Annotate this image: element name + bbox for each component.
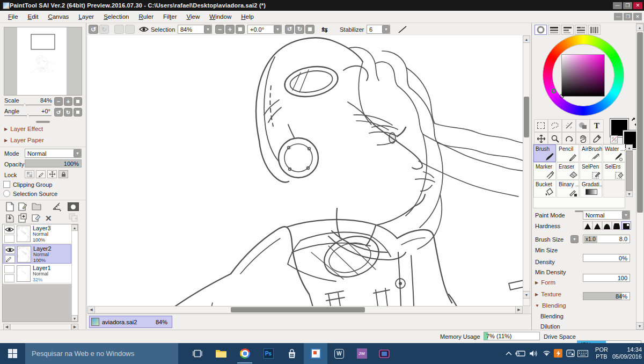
volume-icon[interactable] [529, 348, 539, 358]
wifi-icon[interactable] [541, 348, 552, 358]
rotate-cw-button[interactable]: ↻ [295, 25, 304, 34]
mask-button[interactable] [68, 202, 79, 211]
sai-taskbar-button[interactable] [304, 343, 327, 364]
tablet-settings-icon[interactable] [565, 348, 576, 358]
layer-effect-section[interactable]: ▶Layer Effect [4, 126, 43, 132]
rotate-reset-button[interactable] [305, 25, 314, 34]
keyboard-icon[interactable] [577, 348, 588, 358]
scale-plus-button[interactable]: + [64, 97, 72, 106]
clear-layer-button[interactable] [32, 213, 41, 222]
history-back-button[interactable] [114, 25, 124, 34]
scale-reset-button[interactable] [74, 97, 82, 106]
photoshop-icon[interactable]: Ps [257, 343, 280, 364]
canvas-hscroll-thumb[interactable] [231, 307, 365, 312]
right-panel-scroll-down[interactable]: ▼ [636, 322, 643, 330]
min-density-slider[interactable]: 84% [583, 292, 630, 300]
canvas-scroll-up[interactable]: ▲ [523, 35, 530, 43]
layer3-visibility-toggle[interactable] [4, 225, 14, 234]
menu-file[interactable]: File [3, 11, 23, 22]
right-panel-scroll-thumb[interactable] [637, 32, 643, 213]
layer1-mode-toggle[interactable] [4, 274, 14, 282]
angle-reset-button[interactable] [74, 108, 82, 117]
min-size-field[interactable]: 0% [583, 254, 630, 262]
canvas-vscroll-thumb[interactable] [524, 97, 529, 137]
restore-button[interactable]: ❐ [623, 2, 632, 9]
mixer-tab[interactable] [575, 25, 587, 35]
battery-icon[interactable] [515, 348, 526, 358]
task-view-button[interactable] [186, 343, 209, 364]
menu-ruler[interactable]: Ruler [134, 11, 158, 22]
hue-marker[interactable] [551, 89, 556, 93]
hardness-5[interactable] [621, 221, 631, 230]
lock-pencil-button[interactable] [36, 170, 46, 178]
minimize-button[interactable]: — [613, 2, 622, 9]
move-tool[interactable] [534, 132, 548, 145]
merge-down-button[interactable] [18, 213, 28, 223]
layer3-mode-toggle[interactable] [4, 235, 14, 243]
brush-size-field[interactable]: x1.0 8.0 [583, 235, 630, 243]
color-wheel-tab[interactable] [535, 25, 547, 35]
hardness-4[interactable] [612, 221, 621, 230]
texture-section[interactable]: ▶Texture [535, 291, 561, 297]
sv-marker[interactable] [560, 94, 564, 98]
zoom-combobox[interactable]: 84%▼ [178, 25, 212, 34]
blending-section[interactable]: ▼Blending [535, 302, 566, 309]
hsv-slider-tab[interactable] [561, 25, 574, 35]
rotate-ccw-nav-button[interactable]: ↺ [54, 108, 63, 117]
rect-select-tool[interactable] [534, 119, 548, 132]
presets-scroll-up[interactable]: ▲ [626, 144, 633, 151]
brush-preset-bucket[interactable]: Bucket [533, 180, 556, 198]
paint-mode-combobox[interactable]: Normal▼ [583, 210, 630, 220]
flash-update-icon[interactable] [553, 348, 564, 358]
chrome-icon[interactable] [233, 343, 257, 364]
zoom-in-button[interactable]: + [225, 25, 235, 34]
layer2-editing-indicator[interactable] [5, 255, 15, 263]
right-panel-scroll-up[interactable]: ▲ [636, 24, 643, 31]
layer-list-scroll-up[interactable]: ▲ [71, 224, 78, 231]
menu-selection[interactable]: Selection [99, 11, 134, 22]
scale-minus-button[interactable]: − [54, 97, 63, 106]
lasso-tool[interactable] [548, 119, 562, 132]
hand-tool[interactable] [576, 132, 590, 145]
layer-mode-combobox[interactable]: Normal▼ [25, 149, 82, 158]
doc-close-button[interactable]: ✕ [633, 13, 642, 20]
layer-paper-section[interactable]: ▶Layer Paper [4, 137, 44, 143]
menu-window[interactable]: Window [204, 11, 236, 22]
transfer-down-button[interactable] [5, 213, 14, 223]
layer-opacity-slider[interactable]: 100% [25, 159, 82, 168]
clock[interactable]: 14:3405/09/2016 [611, 346, 642, 360]
layer-row-layer2[interactable]: Layer2 Normal 100% [3, 244, 71, 264]
transparent-color-swatch[interactable] [610, 135, 618, 143]
flip-icon[interactable]: ⇆ [321, 25, 328, 34]
eyedropper-tool[interactable] [590, 132, 604, 145]
brush-preset-marker[interactable]: Marker [533, 162, 556, 180]
layer-list-scroll-down[interactable]: ▼ [71, 315, 78, 322]
brush-size-unit-button[interactable]: ▼ [570, 235, 579, 243]
swatches-tab[interactable] [588, 25, 601, 35]
brush-preset-selers[interactable]: SelErs [603, 162, 625, 180]
clipping-group-checkbox[interactable] [3, 181, 10, 188]
form-section[interactable]: ▶Form [535, 279, 555, 286]
rotate-view-tool[interactable] [562, 132, 576, 145]
brush-preset-brush[interactable]: Brush [533, 144, 556, 162]
file-explorer-icon[interactable] [209, 343, 233, 364]
brush-preset-airbrush[interactable]: AirBrush [580, 144, 602, 162]
density-slider[interactable]: 100 [583, 274, 630, 282]
jw-icon[interactable]: JW [350, 343, 374, 364]
delete-layer-button[interactable]: ✕ [45, 214, 52, 223]
layer1-visibility-toggle[interactable] [4, 265, 14, 273]
windows-store-icon[interactable] [280, 343, 304, 364]
hardness-2[interactable] [592, 221, 602, 230]
rotate-cw-nav-button[interactable]: ↻ [64, 108, 72, 117]
ruler-tool-button[interactable] [52, 202, 62, 212]
new-layer-button[interactable] [5, 202, 14, 212]
menu-edit[interactable]: Edit [23, 11, 43, 22]
angle-slider-thumb[interactable] [26, 114, 30, 118]
brush-preset-binary[interactable]: Binary ... [557, 180, 579, 198]
doc-minimize-button[interactable]: — [614, 13, 623, 20]
scale-slider[interactable] [4, 105, 52, 105]
zoom-out-button[interactable]: − [215, 25, 224, 34]
lock-transparency-button[interactable] [25, 170, 34, 178]
history-fwd-button[interactable] [125, 25, 135, 34]
undo-button[interactable]: ↺ [89, 25, 98, 34]
